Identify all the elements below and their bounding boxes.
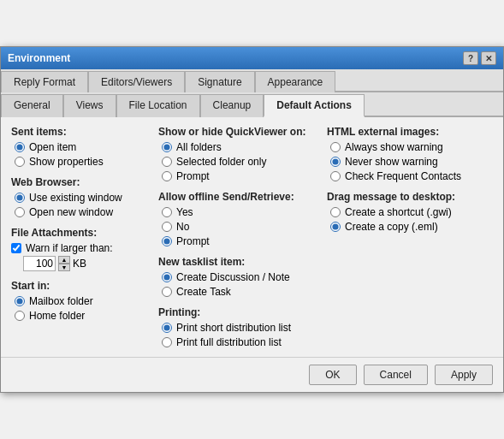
tabs-row-1: Reply Format Editors/Viewers Signature A… [1, 69, 503, 92]
tab-signature[interactable]: Signature [185, 71, 254, 92]
web-browser-new[interactable]: Open new window [15, 206, 148, 218]
qv-all-folders[interactable]: All folders [162, 141, 317, 153]
offline-section: Allow offline Send/Retrieve: Yes No Prom… [158, 191, 317, 247]
web-browser-options: Use existing window Open new window [15, 192, 148, 218]
drag-message-label: Drag message to desktop: [327, 191, 489, 203]
tasklist-discussion-radio[interactable] [162, 272, 172, 282]
html-check-contacts[interactable]: Check Frequent Contacts [330, 170, 489, 182]
html-always-warn-label: Always show warning [345, 141, 443, 153]
tab-general[interactable]: General [1, 94, 63, 117]
sent-items-properties-label: Show properties [29, 156, 104, 168]
new-tasklist-label: New tasklist item: [158, 256, 317, 268]
html-never-warn[interactable]: Never show warning [330, 156, 489, 168]
drag-shortcut[interactable]: Create a shortcut (.gwi) [330, 206, 489, 218]
offline-no-radio[interactable] [162, 222, 172, 232]
warn-checkbox[interactable] [11, 243, 21, 253]
sent-items-open[interactable]: Open item [15, 141, 148, 153]
print-short[interactable]: Print short distribution list [162, 322, 317, 334]
ok-button[interactable]: OK [309, 365, 356, 385]
cancel-button[interactable]: Cancel [364, 365, 428, 385]
html-never-warn-label: Never show warning [345, 156, 438, 168]
start-mailbox-label: Mailbox folder [29, 295, 93, 307]
qv-selected-folder-label: Selected folder only [176, 156, 266, 168]
web-browser-new-radio[interactable] [15, 207, 25, 217]
qv-selected-folder[interactable]: Selected folder only [162, 156, 317, 168]
start-in-section: Start in: Mailbox folder Home folder [11, 280, 148, 322]
tab-reply-format[interactable]: Reply Format [1, 71, 88, 92]
qv-prompt-label: Prompt [176, 170, 210, 182]
file-attachments-section: File Attachments: Warn if larger than: ▲… [11, 227, 148, 271]
title-bar-buttons: ? ✕ [463, 51, 496, 65]
printing-options: Print short distribution list Print full… [162, 322, 317, 348]
drag-copy-radio[interactable] [330, 222, 341, 232]
dialog-title: Environment [8, 52, 70, 64]
tasklist-discussion[interactable]: Create Discussion / Note [162, 271, 317, 283]
offline-yes-radio[interactable] [162, 207, 172, 217]
sent-items-properties-radio[interactable] [15, 157, 25, 167]
offline-prompt-radio[interactable] [162, 236, 172, 246]
print-short-radio[interactable] [162, 323, 172, 333]
web-browser-label: Web Browser: [11, 176, 148, 188]
tab-file-location[interactable]: File Location [116, 94, 200, 117]
offline-prompt-label: Prompt [176, 235, 210, 247]
tabs-row-2: General Views File Location Cleanup Defa… [1, 92, 503, 117]
print-short-label: Print short distribution list [176, 322, 291, 334]
drag-message-options: Create a shortcut (.gwi) Create a copy (… [330, 206, 489, 233]
new-tasklist-section: New tasklist item: Create Discussion / N… [158, 256, 317, 298]
html-never-warn-radio[interactable] [330, 157, 341, 167]
start-mailbox-radio[interactable] [15, 296, 25, 306]
tab-appearance[interactable]: Appearance [255, 71, 336, 92]
sent-items-open-radio[interactable] [15, 142, 25, 152]
print-full[interactable]: Print full distribution list [162, 336, 317, 348]
warn-label: Warn if larger than: [26, 242, 113, 254]
start-home-label: Home folder [29, 310, 85, 322]
close-button[interactable]: ✕ [481, 51, 496, 65]
tasklist-task[interactable]: Create Task [162, 286, 317, 298]
qv-selected-folder-radio[interactable] [162, 157, 172, 167]
web-browser-existing[interactable]: Use existing window [15, 192, 148, 204]
quickviewer-label: Show or hide QuickViewer on: [158, 126, 317, 138]
tasklist-task-radio[interactable] [162, 287, 172, 297]
web-browser-new-label: Open new window [29, 206, 113, 218]
sent-items-properties[interactable]: Show properties [15, 156, 148, 168]
start-mailbox[interactable]: Mailbox folder [15, 295, 148, 307]
drag-shortcut-radio[interactable] [330, 207, 341, 217]
tab-cleanup[interactable]: Cleanup [200, 94, 264, 117]
help-button[interactable]: ? [463, 51, 478, 65]
html-always-warn-radio[interactable] [330, 142, 341, 152]
tab-default-actions[interactable]: Default Actions [264, 94, 365, 117]
warn-checkbox-row[interactable]: Warn if larger than: [11, 242, 148, 254]
left-column: Sent items: Open item Show properties We… [11, 126, 148, 348]
start-in-label: Start in: [11, 280, 148, 292]
offline-no[interactable]: No [162, 221, 317, 233]
size-unit-label: KB [73, 258, 86, 270]
drag-copy[interactable]: Create a copy (.eml) [330, 221, 489, 233]
qv-prompt[interactable]: Prompt [162, 170, 317, 182]
html-always-warn[interactable]: Always show warning [330, 141, 489, 153]
spinner-up-button[interactable]: ▲ [58, 256, 70, 264]
apply-button[interactable]: Apply [435, 365, 493, 385]
html-images-options: Always show warning Never show warning C… [330, 141, 489, 182]
print-full-radio[interactable] [162, 337, 172, 347]
drag-message-section: Drag message to desktop: Create a shortc… [327, 191, 489, 233]
html-check-contacts-radio[interactable] [330, 171, 341, 181]
tasklist-task-label: Create Task [176, 286, 231, 298]
spinner-buttons: ▲ ▼ [58, 256, 70, 271]
offline-prompt[interactable]: Prompt [162, 235, 317, 247]
sent-items-section: Sent items: Open item Show properties [11, 126, 148, 168]
tasklist-discussion-label: Create Discussion / Note [176, 271, 290, 283]
file-attachments-label: File Attachments: [11, 227, 148, 239]
offline-no-label: No [176, 221, 189, 233]
tab-editors-viewers[interactable]: Editors/Viewers [88, 71, 185, 92]
qv-all-folders-radio[interactable] [162, 142, 172, 152]
size-spinner-input[interactable] [23, 256, 56, 271]
web-browser-existing-radio[interactable] [15, 193, 25, 203]
start-home[interactable]: Home folder [15, 310, 148, 322]
start-home-radio[interactable] [15, 311, 25, 321]
qv-prompt-radio[interactable] [162, 171, 172, 181]
new-tasklist-options: Create Discussion / Note Create Task [162, 271, 317, 298]
spinner-down-button[interactable]: ▼ [58, 264, 70, 271]
offline-yes[interactable]: Yes [162, 206, 317, 218]
quickviewer-section: Show or hide QuickViewer on: All folders… [158, 126, 317, 182]
tab-views[interactable]: Views [63, 94, 116, 117]
